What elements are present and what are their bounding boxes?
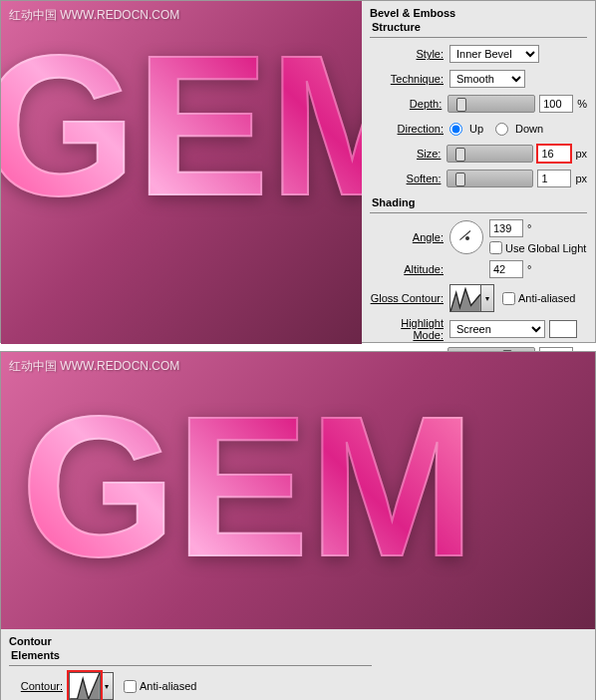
gem-text-bottom: GEM: [21, 372, 475, 601]
elements-title: Elements: [9, 649, 372, 661]
highlight-color-swatch[interactable]: [549, 320, 577, 338]
gem-text-top: GEM: [1, 11, 362, 240]
angle-input[interactable]: [489, 219, 523, 237]
gloss-contour-swatch[interactable]: [449, 284, 481, 312]
global-light-checkbox[interactable]: [489, 241, 502, 254]
direction-up-radio[interactable]: [449, 123, 462, 136]
highlight-mode-select[interactable]: Screen: [449, 320, 545, 338]
size-input[interactable]: [537, 145, 571, 163]
contour-antialiased-label: Anti-aliased: [140, 680, 196, 692]
gloss-antialiased-label: Anti-aliased: [518, 292, 575, 304]
style-label: Style:: [370, 48, 449, 60]
altitude-label: Altitude:: [370, 263, 449, 275]
panel-title: Bevel & Emboss: [370, 7, 587, 19]
altitude-input[interactable]: [489, 260, 523, 278]
contour-antialiased-checkbox[interactable]: [124, 680, 137, 693]
direction-label: Direction:: [370, 123, 449, 135]
gloss-antialiased-checkbox[interactable]: [502, 292, 515, 305]
contour-dropdown[interactable]: ▾: [101, 672, 114, 700]
angle-unit: °: [527, 222, 531, 234]
soften-slider[interactable]: [447, 170, 533, 187]
up-label: Up: [469, 123, 483, 135]
contour-title: Contour: [9, 635, 372, 647]
soften-unit: px: [575, 173, 587, 184]
global-light-label: Use Global Light: [505, 242, 586, 254]
highlight-mode-label: Highlight Mode:: [370, 317, 449, 341]
soften-label: Soften:: [370, 173, 447, 184]
direction-down-radio[interactable]: [495, 123, 508, 136]
technique-select[interactable]: Smooth: [449, 70, 525, 88]
depth-label: Depth:: [370, 98, 447, 110]
technique-label: Technique:: [370, 73, 449, 85]
elements-group: Elements Contour: ▾ Anti-aliased Range: …: [9, 649, 372, 700]
contour-panel: Contour Elements Contour: ▾ Anti-aliased…: [1, 629, 595, 700]
bevel-emboss-panel: Bevel & Emboss Structure Style: Inner Be…: [362, 1, 595, 342]
down-label: Down: [515, 123, 543, 135]
depth-input[interactable]: [539, 95, 573, 113]
contour-swatch[interactable]: [69, 672, 101, 700]
angle-label: Angle:: [370, 231, 449, 243]
soften-input[interactable]: [537, 170, 571, 187]
preview-canvas-bottom: 红动中国 WWW.REDOCN.COM GEM: [1, 352, 595, 629]
gloss-contour-dropdown[interactable]: ▾: [481, 284, 494, 312]
contour-label: Contour:: [9, 680, 69, 692]
structure-title: Structure: [370, 21, 587, 33]
style-select[interactable]: Inner Bevel: [449, 45, 539, 63]
shading-title: Shading: [370, 196, 587, 208]
size-unit: px: [575, 148, 587, 160]
preview-canvas-top: 红动中国 WWW.REDOCN.COM GEM: [1, 1, 362, 344]
size-label: Size:: [370, 148, 447, 160]
altitude-unit: °: [527, 263, 531, 275]
structure-group: Structure Style: Inner Bevel Technique: …: [370, 21, 587, 188]
angle-dial[interactable]: [449, 220, 483, 254]
gloss-contour-label: Gloss Contour:: [370, 292, 449, 304]
depth-slider[interactable]: [447, 95, 535, 113]
size-slider[interactable]: [447, 145, 533, 163]
depth-unit: %: [577, 98, 587, 110]
